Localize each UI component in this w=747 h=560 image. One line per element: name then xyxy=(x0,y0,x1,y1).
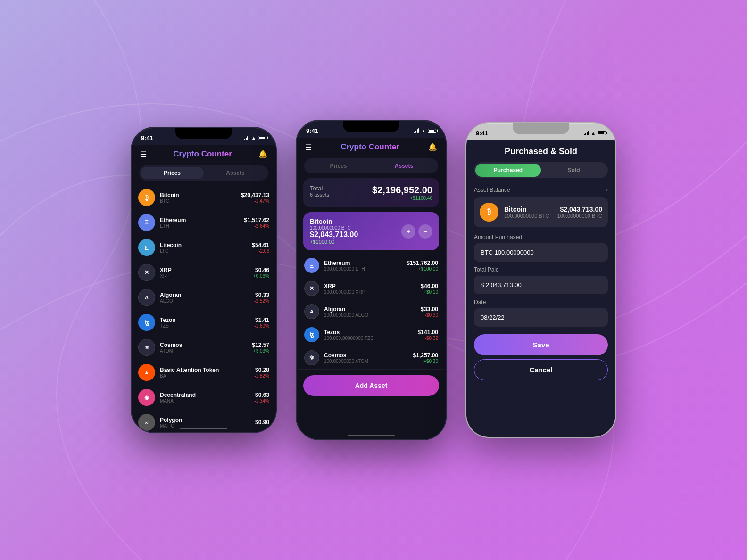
coin-icon-eth-2: Ξ xyxy=(304,258,319,273)
add-action-btn[interactable]: + xyxy=(401,224,415,239)
coin-icon-xtz-2: ꜩ xyxy=(304,327,319,342)
coin-info-mana: Decentraland MANA xyxy=(160,392,254,404)
cancel-button[interactable]: Cancel xyxy=(474,359,608,380)
coin-name: Litecoin xyxy=(160,242,252,248)
subtract-action-btn[interactable]: − xyxy=(418,224,432,239)
bell-icon-1[interactable]: 🔔 xyxy=(258,150,267,158)
coin-price: $12.57 xyxy=(252,342,269,348)
phone3-screen: Purchased & Sold Purchased Sold Asset Ba… xyxy=(466,140,615,438)
coin-price: $54.61 xyxy=(252,242,269,248)
list-item[interactable]: ꜩ Tezos TZS $1.41 -1.60% xyxy=(138,310,269,335)
coin-price-info: $46.00 +$0.10 xyxy=(421,283,438,295)
list-item[interactable]: ⚛ Cosmos ATOM $12.57 +3.03% xyxy=(138,335,269,360)
asset-list-item-xtz[interactable]: ꜩ Tezos 100.000.00000000 TZS $141.00 -$0… xyxy=(298,323,445,346)
coin-name: Cosmos xyxy=(324,352,413,359)
signal-icon-1 xyxy=(244,135,249,140)
list-item[interactable]: ▲ Basic Attention Token BAT $0.28 -1.82% xyxy=(138,360,269,385)
coin-icon-xrp: ✕ xyxy=(138,264,155,281)
coin-info-ltc: Litecoin LTC xyxy=(160,242,252,254)
date-field: Date 08/22/22 xyxy=(474,299,608,327)
tab-assets-1[interactable]: Assets xyxy=(204,167,267,179)
coin-price-info: $0.90 xyxy=(255,419,269,426)
coin-info-algo: Algoran ALGO xyxy=(160,292,254,304)
coin-price-info: $0.63 -1.34% xyxy=(254,392,269,404)
coin-icon-ltc: Ł xyxy=(138,239,155,256)
chevron-right-icon[interactable]: › xyxy=(606,187,608,193)
coin-change: -$0.30 xyxy=(421,313,438,318)
coin-info: Ethereum 100.00000000 ETH xyxy=(324,260,407,272)
coin-price-info: $1.41 -1.60% xyxy=(254,317,269,329)
coin-info-xtz: Tezos TZS xyxy=(160,317,254,329)
list-item[interactable]: Ł Litecoin LTC $54.61 -2.06 xyxy=(138,235,269,260)
total-label: Total xyxy=(310,185,329,192)
coin-change: +$0.10 xyxy=(421,289,438,295)
coin-price: $0.33 xyxy=(254,292,269,298)
menu-icon-1[interactable]: ☰ xyxy=(140,150,147,159)
wifi-icon-1: ▲ xyxy=(251,135,256,140)
asset-list-item-algo[interactable]: A Algoran 100.00000000 ALGO $33.00 -$0.3… xyxy=(298,300,445,323)
tab-assets-2[interactable]: Assets xyxy=(371,160,437,172)
coin-price-info: $20,437.13 -1.47% xyxy=(241,192,269,204)
coin-name: Algoran xyxy=(324,306,421,313)
coin-change: -1.60% xyxy=(254,323,269,329)
p3-asset-detail: 100.00000000 BTC xyxy=(557,213,602,219)
status-icons-3: ▲ xyxy=(584,131,606,136)
list-item[interactable]: ◉ Decentraland MANA $0.63 -1.34% xyxy=(138,385,269,410)
list-item[interactable]: Ξ Ethereum ETH $1,517.62 -2.64% xyxy=(138,210,269,235)
coin-price: $20,437.13 xyxy=(241,192,269,198)
coin-name: Tezos xyxy=(160,317,254,323)
asset-list-item-eth[interactable]: Ξ Ethereum 100.00000000 ETH $151,762.00 … xyxy=(298,254,445,277)
coin-value: $33.00 xyxy=(421,306,438,313)
tab-purchased[interactable]: Purchased xyxy=(475,164,541,177)
coin-price-info: $33.00 -$0.30 xyxy=(421,306,438,318)
coin-price-info: $1,517.62 -2.64% xyxy=(244,217,269,229)
list-item[interactable]: ₿ Bitcoin BTC $20,437.13 -1.47% xyxy=(138,185,269,210)
notch-2 xyxy=(343,121,399,132)
amount-purchased-field: Amount Purchased BTC 100.00000000 xyxy=(474,234,608,262)
p3-title: Purchased & Sold xyxy=(466,140,615,162)
coin-change: -1.47% xyxy=(241,198,269,204)
coin-change: +0.06% xyxy=(253,273,269,279)
list-item[interactable]: ✕ XRP XRP $0.46 +0.06% xyxy=(138,260,269,285)
bell-icon-2[interactable]: 🔔 xyxy=(428,143,437,151)
tab-sold[interactable]: Sold xyxy=(541,164,606,177)
asset-list-item-atom[interactable]: ⚛ Cosmos 100.00000000 ATOM $1,257.00 +$0… xyxy=(298,346,445,370)
coin-price: $1,517.62 xyxy=(244,217,269,223)
status-icons-2: ▲ xyxy=(414,128,436,133)
status-icons-1: ▲ xyxy=(244,135,266,140)
tab-prices-1[interactable]: Prices xyxy=(141,167,204,179)
coin-change: -2.64% xyxy=(244,223,269,229)
total-paid-label: Total Paid xyxy=(474,266,608,273)
menu-icon-2[interactable]: ☰ xyxy=(305,143,312,152)
coin-icon-atom: ⚛ xyxy=(138,339,155,356)
coin-info: Algoran 100.00000000 ALGO xyxy=(324,306,421,318)
coin-price: $0.28 xyxy=(254,367,269,373)
status-time-3: 9:41 xyxy=(476,130,488,137)
save-button[interactable]: Save xyxy=(474,334,608,355)
phone2-screen: ☰ Crypto Counter 🔔 Prices Assets Total 6… xyxy=(297,138,446,439)
coin-info: XRP 100.00000000 XRP xyxy=(324,283,421,295)
coin-name: Ethereum xyxy=(324,260,407,266)
btc-card-value: $2,043,713.00 xyxy=(310,231,358,239)
coin-price-info: $0.33 -2.52% xyxy=(254,292,269,304)
p3-asset-card[interactable]: ₿ Bitcoin 100.00000000 BTC $2,043,713.00… xyxy=(474,197,608,227)
date-input[interactable]: 08/22/22 xyxy=(474,308,608,327)
coin-change: -2.52% xyxy=(254,298,269,304)
btc-featured-card[interactable]: Bitcoin 100.00000000 BTC $2,043,713.00 +… xyxy=(303,212,439,250)
coin-value: $1,257.00 xyxy=(413,352,438,359)
add-asset-button[interactable]: Add Asset xyxy=(303,375,439,396)
amount-purchased-input[interactable]: BTC 100.00000000 xyxy=(474,243,608,262)
home-indicator-1 xyxy=(180,428,227,429)
list-item[interactable]: A Algoran ALGO $0.33 -2.52% xyxy=(138,285,269,310)
p3-asset-value-group: $2,043,713.00 100.00000000 BTC xyxy=(557,206,602,219)
tab-prices-2[interactable]: Prices xyxy=(306,160,371,172)
asset-list-item-xrp[interactable]: ✕ XRP 100.00000000 XRP $46.00 +$0.10 xyxy=(298,277,445,300)
app-header-2: ☰ Crypto Counter 🔔 xyxy=(297,138,446,156)
coin-amount: 100.000.00000000 TZS xyxy=(324,336,418,341)
coin-value: $151,762.00 xyxy=(407,260,438,266)
battery-icon-1 xyxy=(258,136,266,140)
coin-price-info: $0.28 -1.82% xyxy=(254,367,269,379)
coin-info: Cosmos 100.00000000 ATOM xyxy=(324,352,413,364)
total-paid-input[interactable]: $ 2,043,713.00 xyxy=(474,276,608,294)
status-time-1: 9:41 xyxy=(141,134,153,141)
